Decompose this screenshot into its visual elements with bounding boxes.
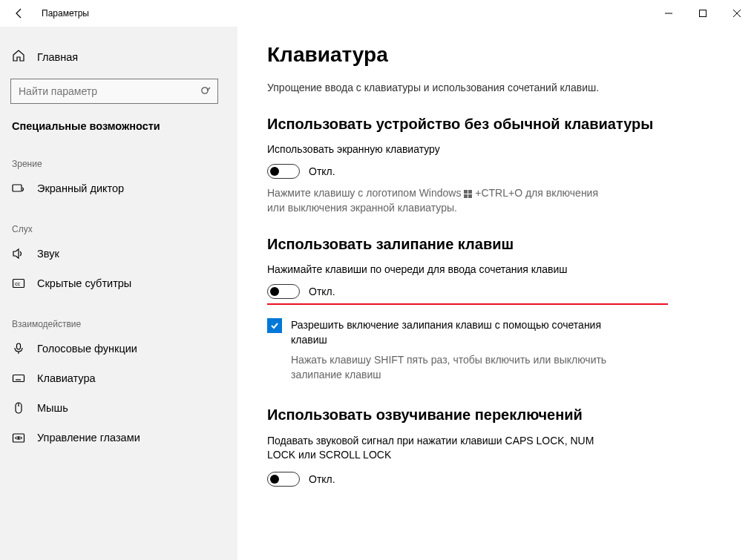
highlight-underline [267, 303, 668, 305]
minimize-button[interactable] [652, 1, 686, 25]
sticky-keys-toggle-state: Откл. [309, 286, 335, 297]
audio-icon [12, 247, 25, 260]
sticky-shortcut-checkbox[interactable] [267, 318, 282, 333]
svg-rect-19 [464, 190, 468, 194]
sticky-keys-toggle[interactable] [267, 284, 300, 299]
home-icon [12, 49, 25, 65]
svg-rect-6 [13, 185, 22, 191]
svg-text:cc: cc [15, 281, 21, 286]
sidebar-item-eye-control[interactable]: Управление глазами [0, 423, 237, 452]
maximize-button[interactable] [686, 1, 720, 25]
sidebar-item-label: Звук [37, 248, 59, 260]
group-label-interaction: Взаимодействие [0, 298, 237, 334]
svg-rect-9 [17, 343, 21, 349]
home-button[interactable]: Главная [0, 43, 237, 71]
svg-point-4 [201, 87, 207, 93]
group-label-vision: Зрение [0, 138, 237, 174]
windows-logo-icon [464, 190, 472, 198]
back-button[interactable] [12, 6, 27, 21]
sidebar-item-audio[interactable]: Звук [0, 239, 237, 269]
sidebar-item-captions[interactable]: cc Скрытые субтитры [0, 269, 237, 298]
page-title: Клавиатура [267, 43, 724, 67]
sticky-shortcut-label: Разрешить включение залипания клавиш с п… [291, 318, 623, 347]
sidebar-item-label: Голосовые функции [37, 343, 137, 355]
mouse-icon [12, 401, 25, 415]
sidebar-item-label: Клавиатура [37, 372, 96, 384]
sidebar-item-narrator[interactable]: Экранный диктор [0, 174, 237, 203]
sidebar-item-mouse[interactable]: Мышь [0, 393, 237, 423]
svg-rect-1 [700, 10, 707, 17]
window-title: Параметры [42, 8, 89, 19]
search-icon [194, 86, 217, 97]
sidebar-item-label: Экранный диктор [37, 182, 124, 194]
sidebar-item-label: Мышь [37, 402, 68, 414]
togglekeys-toggle-state: Откл. [309, 473, 335, 485]
sidebar: Главная Специальные возможности Зрение Э… [0, 27, 237, 560]
svg-rect-21 [464, 194, 468, 198]
narrator-icon [12, 182, 25, 195]
captions-icon: cc [12, 277, 25, 290]
section-onscreen-title: Использовать устройство без обычной клав… [267, 116, 724, 133]
microphone-icon [12, 342, 25, 355]
eye-control-icon [12, 431, 25, 444]
svg-point-18 [18, 437, 20, 439]
keyboard-icon [12, 372, 25, 385]
page-description: Упрощение ввода с клавиатуры и использов… [267, 82, 724, 93]
main-content: Клавиатура Упрощение ввода с клавиатуры … [237, 27, 754, 560]
group-label-hearing: Слух [0, 203, 237, 239]
section-sticky-title: Использовать залипание клавиш [267, 236, 724, 253]
search-box[interactable] [10, 79, 218, 104]
search-input[interactable] [11, 85, 194, 97]
togglekeys-desc: Подавать звуковой сигнал при нажатии кла… [267, 434, 609, 463]
onscreen-keyboard-toggle-state: Откл. [309, 165, 335, 177]
onscreen-keyboard-label: Использовать экранную клавиатуру [267, 143, 724, 155]
onscreen-keyboard-toggle[interactable] [267, 164, 300, 179]
titlebar: Параметры [0, 0, 754, 27]
onscreen-keyboard-hint: Нажмите клавишу с логотипом Windows +CTR… [267, 186, 609, 215]
sidebar-item-label: Управление глазами [37, 432, 140, 444]
sticky-shortcut-hint: Нажать клавишу SHIFT пять раз, чтобы вкл… [291, 353, 617, 382]
section-togglekeys-title: Использовать озвучивание переключений [267, 406, 724, 424]
sidebar-item-label: Скрытые субтитры [37, 277, 131, 289]
sidebar-item-speech[interactable]: Голосовые функции [0, 334, 237, 363]
sticky-keys-label: Нажимайте клавиши по очереди для ввода с… [267, 263, 724, 275]
close-button[interactable] [720, 1, 754, 25]
home-label: Главная [37, 51, 78, 63]
togglekeys-toggle[interactable] [267, 472, 300, 487]
category-title: Специальные возможности [0, 107, 237, 138]
sidebar-item-keyboard[interactable]: Клавиатура [0, 363, 237, 393]
svg-rect-10 [13, 375, 24, 382]
